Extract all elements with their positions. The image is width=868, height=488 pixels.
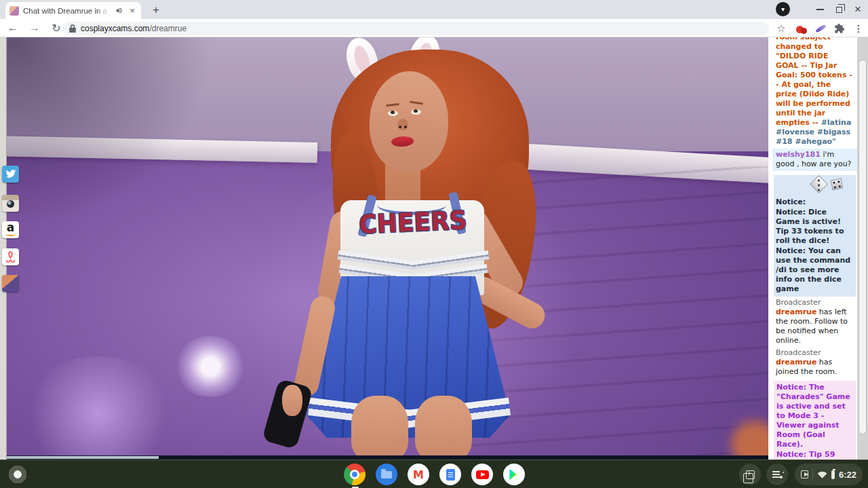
new-tab-button[interactable]: + bbox=[148, 3, 164, 18]
chat-username[interactable]: welshy181 bbox=[776, 150, 821, 159]
dice-notice-box: Notice: Notice: Dice Game is active! Tip… bbox=[774, 175, 856, 297]
divider bbox=[812, 468, 813, 481]
window-close-button[interactable]: × bbox=[849, 1, 867, 18]
notice-line: Notice: Tip 59 tokens to play and try to… bbox=[776, 450, 853, 459]
youtube-app-icon[interactable] bbox=[471, 464, 493, 485]
shadow bbox=[0, 37, 231, 241]
screen-share-icon bbox=[801, 470, 808, 478]
amazon-smile bbox=[5, 232, 16, 236]
tab-favicon bbox=[9, 6, 19, 16]
broadcaster-prefix: Broadcaster bbox=[776, 298, 821, 307]
lock-icon[interactable] bbox=[69, 24, 76, 33]
window-minimize-button[interactable] bbox=[811, 1, 829, 18]
hand bbox=[282, 385, 302, 416]
broadcaster-name[interactable]: dreamrue bbox=[776, 307, 816, 316]
notice-line: Notice: bbox=[776, 198, 853, 207]
broadcaster-prefix: Broadcaster bbox=[776, 348, 821, 357]
launcher-button[interactable] bbox=[5, 462, 30, 487]
light-flare bbox=[20, 356, 176, 459]
amazon-icon[interactable]: a bbox=[2, 221, 19, 238]
files-app-icon[interactable] bbox=[376, 464, 397, 485]
broadcaster-left-message: Broadcaster dreamrue has left the room. … bbox=[772, 297, 857, 347]
notice-line: Notice: You can use the command /di to s… bbox=[776, 246, 853, 294]
chat-subject-message: room subject changed to "DILDO RIDE GOAL… bbox=[772, 37, 857, 147]
chat-panel: room subject changed to "DILDO RIDE GOAL… bbox=[772, 37, 857, 459]
extensions-puzzle-icon[interactable] bbox=[831, 20, 848, 37]
status-tray[interactable]: 6:22 bbox=[795, 464, 863, 485]
wifi-icon bbox=[817, 470, 827, 478]
extension-pen-icon[interactable] bbox=[812, 20, 829, 37]
nose bbox=[397, 119, 408, 130]
web-page: CHEERS a room subject cha bbox=[0, 37, 868, 459]
gmail-app-icon[interactable]: M bbox=[408, 464, 429, 485]
media-controls-button[interactable] bbox=[766, 464, 788, 485]
url-path: /dreamrue bbox=[149, 24, 186, 33]
eye bbox=[411, 109, 421, 115]
profile-photo-icon[interactable] bbox=[2, 275, 19, 292]
scrollbar-thumb[interactable] bbox=[859, 60, 867, 434]
tab-strip: Chat with Dreamrue in a Live × + ▾ × bbox=[0, 0, 868, 19]
play-store-app-icon[interactable] bbox=[503, 464, 525, 485]
subject-text: room subject changed to "DILDO RIDE GOAL… bbox=[776, 37, 852, 127]
broadcaster-name[interactable]: dreamrue bbox=[776, 358, 816, 367]
leg bbox=[415, 396, 472, 459]
light-flare bbox=[173, 336, 248, 397]
clock: 6:22 bbox=[839, 470, 856, 480]
tab-active[interactable]: Chat with Dreamrue in a Live × bbox=[5, 2, 141, 19]
bookmark-star-icon[interactable]: ☆ bbox=[773, 20, 789, 37]
chrome-app-icon[interactable] bbox=[344, 464, 366, 485]
address-bar[interactable]: cosplayxcams.com/dreamrue bbox=[62, 22, 769, 35]
docs-app-icon[interactable] bbox=[439, 464, 461, 485]
leg bbox=[351, 396, 408, 459]
video-seekbar-fill bbox=[5, 456, 159, 459]
dice-icon bbox=[808, 176, 849, 197]
back-button[interactable]: ← bbox=[4, 20, 22, 36]
airbnb-icon[interactable] bbox=[2, 248, 19, 265]
instagram-icon[interactable] bbox=[2, 195, 19, 212]
screen-capture-button[interactable] bbox=[739, 464, 761, 485]
chromeos-shelf: M 6:22 bbox=[0, 459, 868, 488]
notice-line: Notice: Dice Game is active! Tip 33 toke… bbox=[776, 208, 853, 246]
notice-line: Notice: The "Charades" Game is active an… bbox=[776, 383, 853, 449]
eye bbox=[388, 111, 398, 116]
tab-close-icon[interactable]: × bbox=[127, 6, 137, 16]
browser-menu-icon[interactable]: ⋮ bbox=[850, 20, 867, 37]
twitter-icon[interactable] bbox=[2, 166, 19, 183]
url-domain: cosplayxcams.com bbox=[81, 24, 149, 33]
page-scrollbar[interactable] bbox=[857, 37, 868, 459]
chat-user-message: welshy181 i'm good , how are you? bbox=[772, 149, 857, 171]
broadcaster-joined-message: Broadcaster dreamrue has joined the room… bbox=[772, 347, 857, 378]
forward-button[interactable]: → bbox=[26, 20, 43, 36]
battery-icon bbox=[831, 470, 835, 479]
caret-down-icon[interactable]: ▾ bbox=[776, 2, 790, 16]
tab-title: Chat with Dreamrue in a Live bbox=[23, 7, 110, 15]
url-text: cosplayxcams.com/dreamrue bbox=[81, 24, 186, 33]
tab-audio-icon[interactable] bbox=[114, 6, 123, 16]
video-player[interactable]: CHEERS a bbox=[0, 37, 768, 459]
window-restore-button[interactable] bbox=[830, 1, 848, 18]
charades-notice-box: Notice: The "Charades" Game is active an… bbox=[774, 381, 856, 459]
extension-cherry-icon[interactable] bbox=[793, 20, 810, 37]
